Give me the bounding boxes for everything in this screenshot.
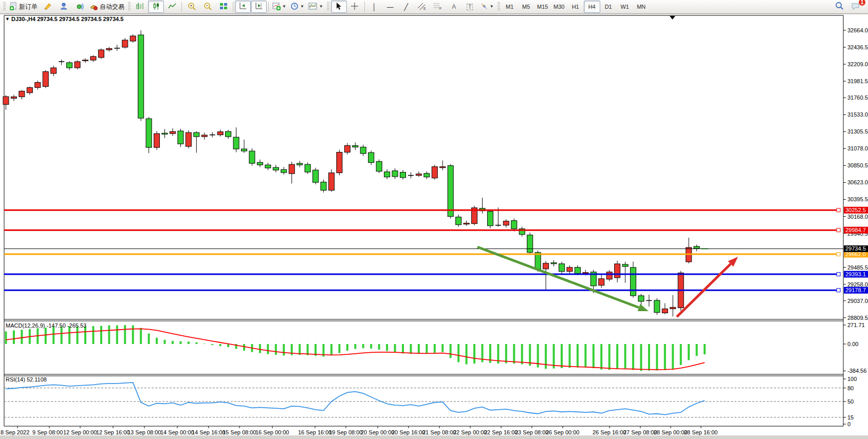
new-order-button[interactable]: 新订单: [7, 1, 40, 13]
bear-candle: [138, 35, 144, 118]
bull-candle: [606, 272, 612, 279]
horizontal-line-icon: —: [387, 4, 394, 10]
time-tick-label: 15 Sep 08:00: [223, 429, 256, 435]
macd-signal-value: -265.53: [67, 322, 86, 329]
timeframe-m30-button[interactable]: M30: [551, 1, 567, 13]
bull-candle: [106, 48, 112, 50]
trendline-icon: ╱: [404, 4, 408, 10]
cursor-tool-button[interactable]: [331, 1, 347, 13]
chart-ohlc-values: 29734.5 29734.5 29734.5 29734.5: [37, 16, 123, 22]
crosshair-tool-button[interactable]: [347, 1, 363, 13]
bear-candle: [162, 133, 168, 134]
bear-candle: [257, 162, 263, 165]
fibonacci-icon: F: [433, 2, 442, 12]
crayon-button[interactable]: [40, 1, 56, 13]
timeframe-w1-button[interactable]: W1: [617, 1, 633, 13]
bear-candle: [273, 167, 279, 170]
price-chart-svg: 32664.032436.532209.031981.531760.531533…: [0, 14, 868, 435]
price-tick-label: 28809.5: [847, 315, 868, 321]
bull-candle: [3, 97, 9, 104]
bear-candle: [638, 296, 644, 301]
bear-candle: [360, 147, 366, 154]
text-label-icon: T: [467, 4, 473, 10]
bar-chart-mode-button[interactable]: [132, 1, 148, 13]
bear-candle: [424, 174, 430, 177]
time-tick-label: 23 Sep 08:00: [515, 429, 548, 435]
profile-button[interactable]: [56, 1, 71, 13]
toolbar-grip[interactable]: [327, 2, 329, 11]
chart-shift-button[interactable]: [251, 1, 267, 13]
bull-candle: [440, 167, 446, 168]
chart-symbol-period: DJ30-,H4: [11, 16, 35, 22]
timeframe-h4-button[interactable]: H4: [584, 1, 600, 13]
bear-candle: [265, 165, 271, 168]
notifications-button[interactable]: 1: [847, 1, 863, 13]
bar-chart-icon: [136, 2, 144, 12]
bull-candle: [130, 36, 136, 41]
bull-candle: [43, 71, 48, 86]
time-tick-label: 16 Sep 00:00: [255, 429, 289, 435]
bull-candle: [27, 88, 32, 93]
horizontal-line-tool-button[interactable]: —: [382, 1, 398, 13]
timeframe-m15-button[interactable]: M15: [534, 1, 551, 13]
toolbar-separator: [181, 2, 182, 12]
line-end-marker[interactable]: [837, 273, 840, 276]
rsi-name: RSI(14): [6, 376, 25, 383]
templates-button[interactable]: ▼: [306, 1, 325, 13]
channel-tool-button[interactable]: E: [414, 1, 430, 13]
line-chart-icon: [168, 2, 176, 12]
timeframe-m5-button[interactable]: M5: [518, 1, 534, 13]
zoom-in-button[interactable]: [183, 1, 199, 13]
autotrade-button[interactable]: 自动交易: [87, 1, 126, 13]
text-label-tool-button[interactable]: T: [462, 1, 478, 13]
toolbar-grip[interactable]: [3, 2, 6, 11]
bull-candle: [201, 135, 207, 137]
bear-candle: [527, 235, 533, 253]
bull-candle: [567, 268, 572, 272]
toolbar-grip[interactable]: [128, 2, 131, 11]
bear-candle: [249, 151, 255, 163]
vertical-line-icon: │: [372, 4, 376, 10]
line-end-marker[interactable]: [837, 253, 840, 256]
symbol-dropdown-icon[interactable]: ▼: [5, 16, 10, 22]
timeframe-m1-button[interactable]: M1: [502, 1, 518, 13]
sound-button[interactable]: [71, 1, 87, 13]
arrows-tool-button[interactable]: ▼: [478, 1, 496, 13]
timeframe-d1-button[interactable]: D1: [600, 1, 617, 13]
line-end-marker[interactable]: [837, 228, 840, 232]
crayon-icon: [44, 2, 52, 12]
fibonacci-tool-button[interactable]: F: [430, 1, 446, 13]
toolbar-grip[interactable]: [497, 2, 500, 11]
trendline-tool-button[interactable]: ╱: [398, 1, 414, 13]
periods-button[interactable]: ▼: [288, 1, 306, 13]
bull-candle: [344, 146, 350, 152]
time-tick-label: 16 Sep 16:00: [298, 429, 331, 435]
tile-windows-icon: [219, 2, 228, 12]
line-end-marker[interactable]: [837, 208, 840, 212]
text-tool-button[interactable]: A: [446, 1, 462, 13]
bear-candle: [242, 149, 247, 151]
bull-candle: [289, 164, 294, 174]
time-tick-label: 26 Sep 00:00: [546, 429, 579, 435]
price-tick-label: 30168.0: [847, 214, 868, 220]
timeframe-h1-button[interactable]: H1: [567, 1, 584, 13]
candlestick-mode-button[interactable]: [148, 1, 164, 13]
chevron-down-icon: ▼: [282, 5, 286, 9]
time-tick-label: 12 Sep 16:00: [96, 429, 130, 435]
bear-candle: [281, 169, 287, 173]
bull-candle: [19, 91, 25, 97]
line-end-marker[interactable]: [837, 289, 840, 292]
line-chart-mode-button[interactable]: [164, 1, 180, 13]
bear-candle: [622, 264, 628, 266]
search-button[interactable]: [832, 1, 847, 13]
timeframe-mn-button[interactable]: MN: [633, 1, 650, 13]
zoom-out-button[interactable]: [199, 1, 215, 13]
tile-windows-button[interactable]: [215, 1, 231, 13]
time-tick-label: 19 Sep 08:00: [329, 429, 362, 435]
indicators-button[interactable]: ▼: [270, 1, 288, 13]
bull-candle: [186, 132, 191, 146]
time-tick-label: 22 Sep 00:00: [453, 429, 487, 435]
price-tick-label: 31760.5: [847, 94, 868, 101]
auto-scroll-button[interactable]: [235, 1, 251, 13]
vertical-line-tool-button[interactable]: │: [366, 1, 382, 13]
